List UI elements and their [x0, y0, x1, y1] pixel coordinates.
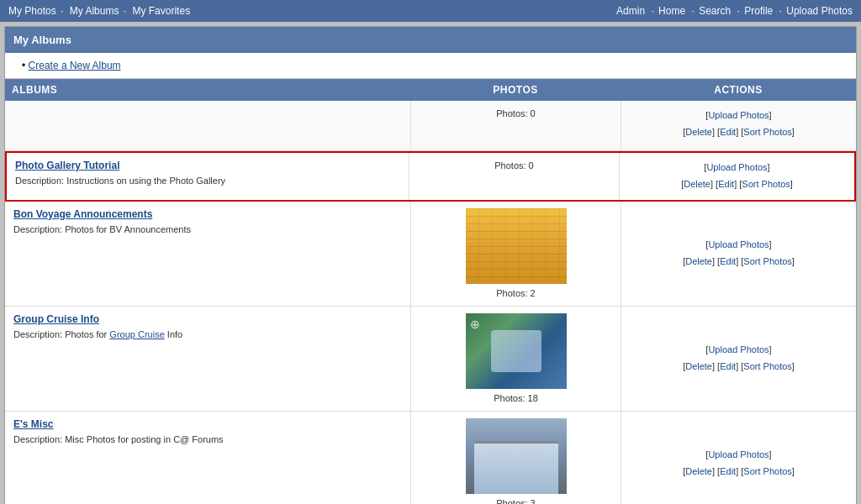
thumbnail-cruise [466, 313, 567, 389]
main-container: My Albums • Create a New Album ALBUMS PH… [4, 26, 857, 504]
table-row: Photos: 0 [Upload Photos] [Delete] [Edit… [5, 101, 856, 151]
album-photos-bv: Photos: 2 [410, 202, 621, 306]
sort-link-cruise[interactable]: Sort Photos [743, 361, 791, 371]
sep2: · [124, 5, 126, 17]
table-row: E's Misc Description: Misc Photos for po… [5, 412, 856, 504]
album-title-misc[interactable]: E's Misc [13, 418, 402, 430]
col-header-photos: PHOTOS [410, 79, 621, 101]
album-photos-cruise: Photos: 18 [410, 307, 621, 411]
delete-link-misc[interactable]: Delete [685, 466, 712, 476]
nav-admin[interactable]: Admin [616, 5, 645, 17]
album-desc-cruise: Description: Photos for Group Cruise Inf… [13, 329, 182, 339]
sep5: · [737, 5, 740, 17]
album-info-cruise: Group Cruise Info Description: Photos fo… [5, 307, 410, 411]
nav-my-photos[interactable]: My Photos [8, 5, 56, 17]
group-cruise-link[interactable]: Group Cruise [109, 329, 164, 339]
album-title-cruise[interactable]: Group Cruise Info [13, 313, 402, 325]
nav-my-albums[interactable]: My Albums [70, 5, 119, 17]
upload-photos-link-cruise[interactable]: Upload Photos [708, 344, 769, 354]
sep1: · [61, 5, 63, 17]
table-row: Photo Gallery Tutorial Description: Inst… [5, 151, 856, 202]
nav-my-favorites[interactable]: My Favorites [132, 5, 190, 17]
album-desc-bv: Description: Photos for BV Announcements [13, 224, 191, 234]
album-info-misc: E's Misc Description: Misc Photos for po… [5, 412, 410, 504]
upload-photos-link-bv[interactable]: Upload Photos [708, 239, 769, 249]
action-links-bv: [Upload Photos] [Delete] [Edit] [Sort Ph… [683, 237, 795, 270]
top-nav-right: Admin · Home · Search · Profile · Upload… [616, 5, 853, 17]
col-header-albums: ALBUMS [5, 79, 410, 101]
action-links-tutorial: [Upload Photos] [Delete] [Edit] [Sort Ph… [628, 160, 846, 193]
upload-photos-link-misc[interactable]: Upload Photos [708, 449, 769, 459]
table-header: ALBUMS PHOTOS ACTIONS [5, 79, 856, 101]
col-header-actions: ACTIONS [621, 79, 856, 101]
album-actions-cruise: [Upload Photos] [Delete] [Edit] [Sort Ph… [621, 307, 856, 411]
edit-link-tutorial[interactable]: Edit [718, 179, 734, 189]
edit-link-cruise[interactable]: Edit [720, 361, 736, 371]
page-title: My Albums [5, 27, 856, 53]
album-info-unnamed [5, 101, 410, 150]
album-photos-tutorial: Photos: 0 [409, 153, 619, 200]
action-links-unnamed: [Upload Photos] [Delete] [Edit] [Sort Ph… [630, 108, 848, 141]
bullet: • [22, 60, 25, 71]
top-nav: My Photos · My Albums · My Favorites Adm… [0, 0, 861, 22]
nav-home[interactable]: Home [658, 5, 685, 17]
create-album-section: • Create a New Album [5, 53, 856, 79]
album-title-tutorial[interactable]: Photo Gallery Tutorial [15, 160, 400, 171]
album-actions-unnamed: [Upload Photos] [Delete] [Edit] [Sort Ph… [621, 101, 856, 150]
album-photos-misc: Photos: 3 [410, 412, 621, 504]
delete-link-cruise[interactable]: Delete [685, 361, 712, 371]
album-photos-unnamed: Photos: 0 [410, 101, 621, 150]
sep6: · [779, 5, 782, 17]
photos-count-cruise: Photos: 18 [494, 393, 538, 403]
upload-photos-link-tutorial[interactable]: Upload Photos [706, 162, 767, 172]
album-desc-tutorial: Description: Instructions on using the P… [15, 176, 225, 186]
album-actions-tutorial: [Upload Photos] [Delete] [Edit] [Sort Ph… [619, 153, 854, 200]
thumbnail-bv [466, 208, 567, 284]
nav-upload-photos[interactable]: Upload Photos [786, 5, 853, 17]
photos-count-bv: Photos: 2 [496, 288, 535, 298]
photos-count-unnamed: Photos: 0 [496, 108, 535, 118]
thumbnail-misc [466, 418, 567, 494]
delete-link-bv[interactable]: Delete [685, 256, 712, 266]
table-row: Group Cruise Info Description: Photos fo… [5, 307, 856, 412]
action-links-cruise: [Upload Photos] [Delete] [Edit] [Sort Ph… [683, 342, 795, 375]
album-title-bv[interactable]: Bon Voyage Announcements [13, 208, 402, 220]
photos-count-misc: Photos: 3 [496, 498, 535, 504]
sep3: · [651, 5, 653, 17]
album-info-bv: Bon Voyage Announcements Description: Ph… [5, 202, 410, 306]
create-album-link[interactable]: Create a New Album [29, 60, 121, 71]
sort-link-tutorial[interactable]: Sort Photos [742, 179, 790, 189]
edit-link-misc[interactable]: Edit [720, 466, 736, 476]
delete-link-unnamed[interactable]: Delete [685, 127, 712, 137]
action-links-misc: [Upload Photos] [Delete] [Edit] [Sort Ph… [683, 447, 795, 480]
photos-count-tutorial: Photos: 0 [494, 160, 533, 171]
album-actions-misc: [Upload Photos] [Delete] [Edit] [Sort Ph… [621, 412, 856, 504]
nav-search[interactable]: Search [699, 5, 731, 17]
upload-photos-link-unnamed[interactable]: Upload Photos [708, 110, 769, 120]
album-actions-bv: [Upload Photos] [Delete] [Edit] [Sort Ph… [621, 202, 856, 306]
table-row: Bon Voyage Announcements Description: Ph… [5, 202, 856, 307]
top-nav-left: My Photos · My Albums · My Favorites [8, 5, 190, 17]
edit-link-bv[interactable]: Edit [720, 256, 736, 266]
sort-link-unnamed[interactable]: Sort Photos [743, 127, 791, 137]
sep4: · [691, 5, 694, 17]
edit-link-unnamed[interactable]: Edit [720, 127, 736, 137]
delete-link-tutorial[interactable]: Delete [684, 179, 710, 189]
nav-profile[interactable]: Profile [744, 5, 773, 17]
album-desc-misc: Description: Misc Photos for posting in … [13, 434, 224, 444]
album-info-tutorial: Photo Gallery Tutorial Description: Inst… [7, 153, 409, 200]
sort-link-bv[interactable]: Sort Photos [743, 256, 791, 266]
sort-link-misc[interactable]: Sort Photos [743, 466, 791, 476]
